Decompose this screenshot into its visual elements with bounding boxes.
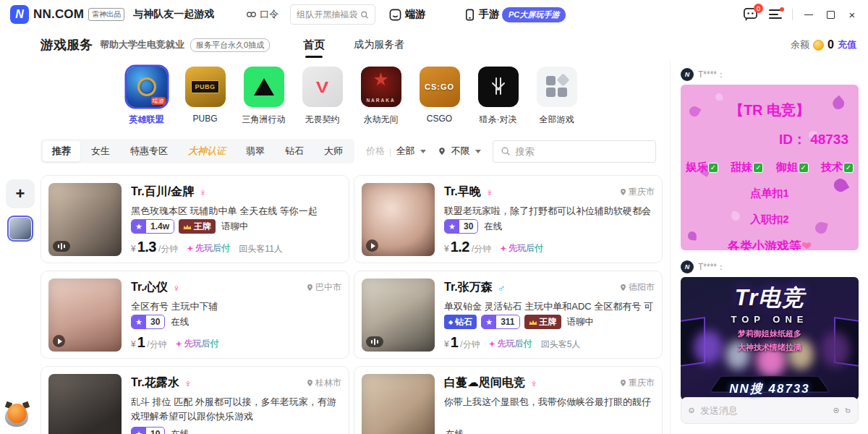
tab-become-provider[interactable]: 成为服务者	[354, 38, 404, 51]
player-name[interactable]: Tr.花露水	[131, 375, 179, 391]
female-icon: ♀	[199, 187, 207, 198]
player-avatar[interactable]	[48, 278, 122, 352]
filter-tab-certified[interactable]: 大神认证	[179, 141, 235, 161]
promo-image-tr-top-one[interactable]: Tr电竞 TOP ONE 梦莉御姐妹纸超多 大神技术情绪拉满 NN搜 48733	[681, 277, 859, 400]
player-card[interactable]: Tr.花露水 ♀ 桂林市 乱斗 排位 匹配 外服都可以接，多年老玩家，有游戏理解…	[41, 366, 349, 434]
messages-button[interactable]: 0	[743, 7, 759, 22]
chat-message-input[interactable]	[700, 405, 827, 416]
game-selector: 端游 英雄联盟 PUBG PUBG 三角洲行动 V 无畏契约 NARAKA 永劫…	[41, 67, 663, 126]
player-name[interactable]: Tr.百川/金牌	[131, 184, 194, 200]
add-attachment-icon[interactable]	[833, 404, 839, 417]
pc-bigscreen-pill[interactable]: PC大屏玩手游	[502, 7, 566, 22]
minimize-button[interactable]	[803, 9, 814, 20]
coin-icon	[813, 40, 824, 51]
emoji-icon[interactable]	[689, 404, 694, 417]
filter-tab-master[interactable]: 大师	[315, 141, 352, 161]
filter-tab-recommended[interactable]: 推荐	[43, 141, 80, 161]
chat-avatar[interactable]: N	[681, 68, 694, 81]
player-avatar[interactable]	[362, 374, 435, 434]
player-name[interactable]: Tr.心仪	[131, 280, 168, 295]
nav-pc-games[interactable]: 端游	[389, 8, 425, 21]
promo-line2: 入职扣2	[750, 213, 788, 226]
brand-name[interactable]: NN.COM	[33, 7, 84, 22]
region-filter[interactable]: 不限	[438, 145, 481, 158]
player-name[interactable]: Tr.早晚	[444, 184, 481, 200]
menu-button[interactable]	[769, 9, 782, 20]
location-pin-icon	[619, 284, 627, 292]
nav-mobile-games[interactable]: 手游	[464, 8, 499, 21]
game-all[interactable]: 全部游戏	[535, 67, 579, 126]
badge-row: ◆钻石 ★311 王牌 语聊中	[444, 315, 655, 329]
chevron-down-icon	[420, 150, 426, 153]
mascot-widget[interactable]	[4, 402, 30, 428]
balance-value: 0	[827, 38, 834, 51]
check-icon: ✓	[708, 163, 718, 173]
game-pubg[interactable]: PUBG PUBG	[183, 67, 228, 126]
list-search-box[interactable]	[493, 140, 656, 163]
price-row: ¥1.3/分钟 先玩后付 回头客11人	[131, 239, 341, 255]
pc-games-icon	[389, 9, 401, 21]
filter-tab-deals[interactable]: 特惠专区	[121, 141, 177, 161]
player-card[interactable]: Tr.张万森 ♂ 德阳市 单双铂金 灵活钻石 主玩中单和ADC 全区都有号 可补…	[354, 271, 663, 359]
male-icon: ♂	[498, 282, 506, 294]
player-location: 重庆市	[619, 377, 655, 389]
game-lol[interactable]: 端游 英雄联盟	[124, 67, 169, 126]
app-window: N NN.COM 雷神出品 与神队友一起游戏 口令 端游 手游 PC大屏玩手游 …	[0, 0, 868, 434]
promo-line1: 点单扣1	[750, 187, 788, 200]
repeat-customers: 回头客11人	[239, 243, 282, 255]
screenshot-icon[interactable]	[845, 404, 851, 417]
maximize-button[interactable]	[825, 9, 836, 20]
sparkle-icon	[187, 245, 193, 252]
promo-id: ID： 48733	[779, 130, 848, 149]
game-csgo[interactable]: CS:GO CSGO	[417, 67, 462, 126]
game-naraka[interactable]: NARAKA 永劫无间	[359, 67, 404, 126]
play-icon[interactable]	[53, 335, 65, 347]
brand-slogan: 与神队友一起游戏	[133, 8, 214, 21]
team-code-button[interactable]: 口令	[246, 8, 278, 21]
filter-tab-girls[interactable]: 女生	[82, 141, 119, 161]
chat-input-bar[interactable]	[681, 397, 859, 424]
pay-later-label: 先玩后付	[187, 242, 230, 255]
chevron-down-icon	[475, 150, 481, 153]
add-button[interactable]: +	[6, 179, 35, 208]
status-text: 语聊中	[221, 221, 249, 233]
filter-tab-emerald[interactable]: 翡翠	[237, 141, 274, 161]
star-badge: ★1.4w	[131, 219, 174, 234]
crown-icon	[183, 224, 192, 230]
list-search-input[interactable]	[515, 146, 638, 157]
play-icon[interactable]	[366, 239, 378, 252]
close-button[interactable]: ×	[846, 9, 858, 20]
player-name[interactable]: Tr.张万森	[444, 280, 493, 295]
badge-row: ◆ ★30 在线	[444, 219, 655, 234]
recharge-link[interactable]: 充值	[838, 38, 856, 51]
filter-tab-diamond[interactable]: 钻石	[276, 141, 313, 161]
all-games-icon	[537, 67, 577, 107]
player-avatar[interactable]	[362, 278, 435, 352]
player-avatar[interactable]	[48, 183, 122, 256]
chat-avatar[interactable]: N	[681, 260, 694, 273]
search-icon	[360, 10, 369, 20]
top-search-box[interactable]	[290, 4, 375, 25]
ace-badge: 王牌	[524, 315, 561, 329]
player-card[interactable]: 白蔓☁咫间电竞 ♀ 重庆市 你带上我这个显眼包，我带你做峡谷最打眼的靓仔 ◆ ★…	[354, 366, 663, 434]
tab-home[interactable]: 首页	[303, 38, 325, 52]
badge-row: ◆ ★ 在线	[444, 427, 655, 434]
player-avatar[interactable]	[48, 374, 122, 434]
brand-logo-icon[interactable]: N	[10, 5, 29, 24]
top-search-input[interactable]	[297, 9, 357, 20]
menu-notification-dot	[780, 7, 784, 12]
promo-line3: 各类小游戏等❤	[728, 238, 812, 250]
game-valorant[interactable]: V 无畏契约	[300, 67, 345, 126]
player-name[interactable]: 白蔓☁咫间电竞	[444, 375, 525, 391]
status-text: 在线	[171, 428, 189, 434]
chat-sidebar: N T****： 【TR 电竞】 ID： 48733 娱乐✓ 甜妹✓ 御姐✓ 技…	[670, 61, 868, 434]
player-card[interactable]: Tr.心仪 ♀ 巴中市 全区有号 主玩中下辅 ◆ ★30 在线 ¥1/分钟	[41, 271, 349, 359]
player-avatar[interactable]	[362, 183, 435, 256]
game-delta-force[interactable]: 三角洲行动	[242, 67, 286, 126]
price-filter[interactable]: 价格 | 全部	[366, 145, 426, 158]
player-card[interactable]: Tr.早晚 ♀ 重庆市 联盟老玩家啦，除了打野都可以补位辅助软硬都会~脾气好话多…	[354, 175, 663, 263]
promo-image-tr-esports[interactable]: 【TR 电竞】 ID： 48733 娱乐✓ 甜妹✓ 御姐✓ 技术✓ 点单扣1 入…	[681, 85, 859, 250]
game-hunt-showdown[interactable]: 猎杀·对决	[476, 67, 521, 126]
player-card[interactable]: Tr.百川/金牌 ♀ 黑色玫瑰本区 玩辅助中单 全天在线 等你一起 ◆ ★1.4…	[41, 175, 349, 263]
mini-profile-avatar[interactable]	[7, 216, 33, 242]
